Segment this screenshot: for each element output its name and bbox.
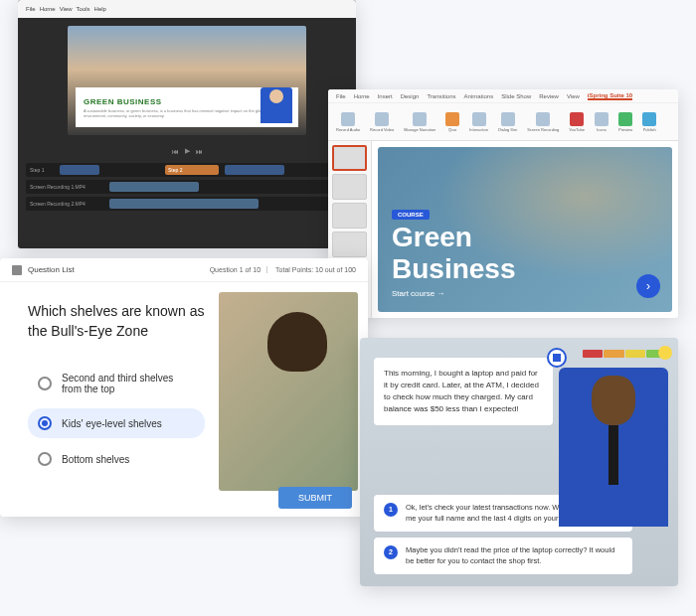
dialogue-choice[interactable]: 2 Maybe you didn't read the price of the… bbox=[374, 538, 632, 574]
video-editor-window: File Home View Tools Help GREEN BUSINESS… bbox=[18, 0, 356, 248]
quiz-option[interactable]: Kids' eye-level shelves bbox=[28, 408, 205, 438]
timeline-clip[interactable] bbox=[109, 199, 259, 209]
question-counter: Question 1 of 10 bbox=[210, 266, 261, 273]
slide-thumb[interactable] bbox=[332, 231, 367, 257]
quiz-image bbox=[219, 292, 358, 491]
quiz-option[interactable]: Second and third shelves from the top bbox=[28, 365, 205, 402]
timeline-clip[interactable] bbox=[225, 165, 284, 175]
timeline-clip[interactable] bbox=[60, 165, 99, 175]
camera-icon bbox=[375, 112, 389, 126]
tab-design[interactable]: Design bbox=[401, 93, 420, 99]
slide-editor-window: File Home Insert Design Transitions Anim… bbox=[328, 89, 678, 318]
timeline-track[interactable]: Screen Recording 1.MP4 bbox=[26, 180, 348, 194]
timeline-track[interactable]: Screen Recording 2.MP4 bbox=[26, 197, 348, 211]
ribbon: File Home Insert Design Transitions Anim… bbox=[328, 89, 678, 141]
skip-back-icon[interactable]: ⏮ bbox=[172, 148, 179, 155]
quiz-body: Which shelves are known as the Bull's-Ey… bbox=[0, 282, 368, 501]
interaction-icon bbox=[472, 112, 486, 126]
timeline-clip[interactable] bbox=[109, 182, 199, 192]
dialog-icon bbox=[501, 112, 515, 126]
tool-preview[interactable]: Preview bbox=[614, 105, 636, 139]
choice-number: 2 bbox=[384, 545, 398, 559]
tab-slideshow[interactable]: Slide Show bbox=[501, 93, 531, 99]
points-counter: Total Points: 10 out of 100 bbox=[266, 266, 356, 273]
tab-animations[interactable]: Animations bbox=[464, 93, 494, 99]
tab-review[interactable]: Review bbox=[539, 93, 559, 99]
slide-card: GREEN BUSINESS A sustainable business, o… bbox=[76, 87, 298, 127]
tab-file[interactable]: File bbox=[336, 93, 346, 99]
quiz-header-title: Question List bbox=[28, 265, 204, 274]
option-label: Bottom shelves bbox=[62, 454, 129, 465]
track-label: Step 1 bbox=[30, 167, 44, 173]
tab-ispring[interactable]: iSpring Suite 10 bbox=[588, 92, 632, 100]
tool-screen-rec[interactable]: Screen Recording bbox=[523, 105, 563, 139]
option-label: Kids' eye-level shelves bbox=[62, 418, 162, 429]
option-label: Second and third shelves from the top bbox=[62, 373, 195, 394]
tool-record-audio[interactable]: Record Audio bbox=[332, 105, 364, 139]
preview-icon bbox=[618, 112, 632, 126]
radio-icon bbox=[38, 452, 52, 466]
start-course-link[interactable]: Start course → bbox=[392, 289, 658, 298]
tab-insert[interactable]: Insert bbox=[378, 93, 393, 99]
next-slide-button[interactable]: › bbox=[636, 274, 660, 298]
quiz-icon bbox=[445, 112, 459, 126]
skip-fwd-icon[interactable]: ⏭ bbox=[196, 148, 203, 155]
menu-file[interactable]: File bbox=[26, 6, 36, 12]
slide-thumb[interactable] bbox=[332, 174, 367, 200]
menu-tools[interactable]: Tools bbox=[77, 6, 90, 12]
publish-icon bbox=[642, 112, 656, 126]
tool-quiz[interactable]: Quiz bbox=[441, 105, 463, 139]
tool-slide-props[interactable]: Icons bbox=[591, 105, 612, 139]
play-icon[interactable]: ▶ bbox=[185, 147, 190, 155]
track-label: Screen Recording 2.MP4 bbox=[30, 201, 86, 207]
slide-title: GREEN BUSINESS bbox=[84, 97, 290, 106]
submit-button[interactable]: SUBMIT bbox=[278, 487, 352, 509]
tab-transitions[interactable]: Transitions bbox=[427, 93, 455, 99]
timeline-clip[interactable]: Step 2 bbox=[165, 165, 219, 175]
slide-canvas[interactable]: COURSE Green Business Start course → › bbox=[372, 141, 678, 318]
tool-youtube[interactable]: YouTube bbox=[565, 105, 589, 139]
video-editor-menubar: File Home View Tools Help bbox=[18, 0, 356, 18]
radio-icon bbox=[38, 377, 52, 390]
slide-heading: Green bbox=[392, 224, 658, 251]
slide-content: COURSE Green Business Start course → › bbox=[378, 147, 672, 312]
presenter-avatar bbox=[261, 87, 292, 123]
choice-number: 1 bbox=[384, 503, 398, 517]
quiz-option[interactable]: Bottom shelves bbox=[28, 444, 205, 474]
tool-interaction[interactable]: Interaction bbox=[465, 105, 492, 139]
menu-home[interactable]: Home bbox=[40, 6, 56, 12]
tool-record-video[interactable]: Record Video bbox=[366, 105, 398, 139]
track-label: Screen Recording 1.MP4 bbox=[30, 184, 86, 190]
tool-publish[interactable]: Publish bbox=[638, 105, 660, 139]
dialogue-prompt: This morning, I bought a laptop and paid… bbox=[374, 358, 553, 425]
timeline: Step 1 Step 2 Screen Recording 1.MP4 Scr… bbox=[18, 159, 356, 218]
slide-subtitle: A sustainable business, or green busines… bbox=[84, 108, 290, 118]
radio-icon bbox=[38, 416, 52, 430]
timeline-track[interactable]: Step 1 Step 2 bbox=[26, 163, 348, 177]
playback-controls: ⏮ ▶ ⏭ bbox=[18, 143, 356, 159]
youtube-icon bbox=[570, 112, 584, 126]
course-badge: COURSE bbox=[392, 210, 430, 220]
tool-dialog[interactable]: Dialog Sim bbox=[494, 105, 521, 139]
menu-help[interactable]: Help bbox=[94, 6, 106, 12]
props-icon bbox=[595, 112, 609, 126]
tab-view[interactable]: View bbox=[567, 93, 580, 99]
slide-thumb[interactable] bbox=[332, 203, 367, 229]
menu-view[interactable]: View bbox=[60, 6, 73, 12]
slide-thumb[interactable] bbox=[332, 145, 367, 171]
ribbon-tools: Record Audio Record Video Manage Narrati… bbox=[328, 103, 678, 141]
stop-button[interactable] bbox=[547, 348, 567, 368]
quiz-question: Which shelves are known as the Bull's-Ey… bbox=[28, 302, 205, 341]
chevron-right-icon: › bbox=[646, 279, 650, 293]
screen-rec-icon bbox=[536, 112, 550, 126]
ribbon-tabs: File Home Insert Design Transitions Anim… bbox=[328, 89, 678, 103]
mood-meter bbox=[583, 350, 666, 358]
dialogue-panel: This morning, I bought a laptop and paid… bbox=[360, 338, 678, 586]
quiz-right bbox=[219, 282, 368, 501]
mic-icon bbox=[341, 112, 355, 126]
tool-narration[interactable]: Manage Narration bbox=[400, 105, 439, 139]
choice-text: Maybe you didn't read the price of the l… bbox=[406, 545, 622, 566]
list-icon[interactable] bbox=[12, 265, 22, 275]
tab-home[interactable]: Home bbox=[354, 93, 370, 99]
slide-editor-body: COURSE Green Business Start course → › bbox=[328, 141, 678, 318]
